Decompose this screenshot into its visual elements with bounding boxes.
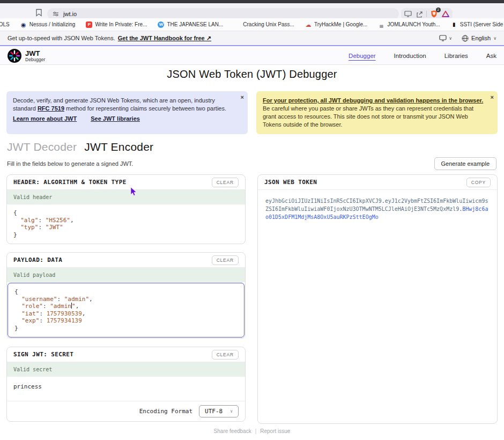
favicon: ◉ bbox=[20, 21, 27, 28]
share-icon[interactable] bbox=[415, 10, 424, 18]
nav-debugger[interactable]: Debugger bbox=[349, 53, 376, 59]
handbook-link[interactable]: Get the JWT Handbook for free ↗ bbox=[118, 35, 211, 42]
copy-button[interactable]: COPY bbox=[466, 178, 491, 187]
chevron-down-icon: ∨ bbox=[493, 36, 496, 41]
site-header: JWT Debugger Debugger Introduction Libra… bbox=[0, 47, 504, 65]
bookmark-item[interactable]: Cracking Unix Pass... bbox=[234, 21, 294, 28]
divider bbox=[426, 11, 427, 17]
jwt-logo-icon bbox=[8, 49, 21, 63]
favicon: W bbox=[158, 21, 164, 28]
close-icon[interactable]: × bbox=[241, 93, 244, 101]
url-text[interactable]: jwt.io bbox=[63, 11, 77, 17]
token-panel-title: JSON WEB TOKEN bbox=[264, 179, 317, 186]
bookmark-item[interactable]: PWrite In Private: Fre... bbox=[86, 21, 147, 28]
payload-status: Valid payload bbox=[7, 268, 245, 282]
header-editor[interactable]: { "alg": "HS256", "typ": "JWT"} bbox=[7, 204, 245, 244]
tab-encoder[interactable]: JWT Encoder bbox=[84, 141, 153, 153]
nav-ask[interactable]: Ask bbox=[486, 53, 496, 59]
token-panel: JSON WEB TOKEN COPY eyJhbGciOiJIUzI1NiIs… bbox=[257, 174, 498, 424]
language-selector[interactable]: English ∨ bbox=[462, 35, 496, 42]
favicon: ▄ bbox=[378, 21, 384, 28]
bookmark-item[interactable]: ☁TryHackMe | Google... bbox=[305, 21, 367, 28]
secret-clear-button[interactable]: CLEAR bbox=[212, 350, 239, 360]
secret-panel-title: SIGN JWT: SECRET bbox=[13, 351, 73, 358]
payload-editor[interactable]: { "username": "admin", "role": "admin", … bbox=[8, 283, 244, 337]
bookmark-item[interactable]: ▮SSTI (Server Side Te... bbox=[451, 21, 504, 28]
chevron-down-icon: ∨ bbox=[230, 409, 233, 414]
brave-shield-icon[interactable]: 2 bbox=[430, 10, 439, 18]
encoding-format-label: Encoding Format bbox=[139, 408, 192, 415]
generate-example-button[interactable]: Generate example bbox=[434, 157, 497, 170]
jwt-token-output[interactable]: eyJhbGciOiJIUzI1NiIsInR5cCI6IkpXVCJ9.eyJ… bbox=[258, 190, 497, 228]
shield-badge: 2 bbox=[436, 8, 441, 12]
promo-text: Get up-to-speed with JSON Web Tokens. bbox=[8, 35, 115, 41]
extension-triangle-icon[interactable] bbox=[441, 10, 450, 18]
share-feedback-link[interactable]: Share feedback bbox=[214, 428, 251, 434]
logo-title: JWT bbox=[25, 50, 45, 57]
globe-icon bbox=[462, 35, 469, 42]
bookmark-item[interactable]: OOLS bbox=[0, 21, 10, 27]
encoding-format-select[interactable]: UTF-8 ∨ bbox=[199, 405, 239, 417]
tab-decoder[interactable]: JWT Decoder bbox=[7, 141, 77, 153]
learn-more-link[interactable]: Learn more about JWT bbox=[13, 115, 77, 123]
promo-banner: Get up-to-speed with JSON Web Tokens. Ge… bbox=[0, 31, 504, 46]
report-issue-link[interactable]: Report issue bbox=[260, 428, 290, 434]
bookmark-item[interactable]: ▄JOMLAUNCH Youth... bbox=[378, 21, 440, 28]
bookmark-icon[interactable] bbox=[35, 9, 42, 17]
header-status: Valid header bbox=[7, 190, 245, 204]
libraries-link[interactable]: See JWT libraries bbox=[91, 115, 140, 123]
payload-clear-button[interactable]: CLEAR bbox=[212, 255, 239, 265]
page-footer: Share feedback|Report issue bbox=[0, 428, 504, 434]
cast-icon[interactable] bbox=[404, 10, 412, 18]
mode-tabs: JWT Decoder JWT Encoder bbox=[7, 141, 153, 153]
page-title: JSON Web Token (JWT) Debugger bbox=[0, 68, 504, 80]
logo-subtitle: Debugger bbox=[25, 57, 45, 62]
chevron-down-icon: ∨ bbox=[449, 36, 452, 41]
favicon: ☁ bbox=[305, 21, 312, 28]
language-label: English bbox=[471, 35, 491, 41]
info-callout: × Decode, verify, and generate JSON Web … bbox=[6, 91, 248, 134]
browser-toolbar: jwt.io 2 bbox=[0, 3, 504, 18]
payload-panel-title: PAYLOAD: DATA bbox=[13, 256, 62, 263]
nav-libraries[interactable]: Libraries bbox=[444, 53, 468, 59]
secret-panel: SIGN JWT: SECRET CLEAR Valid secret prin… bbox=[6, 347, 246, 422]
favicon: ▮ bbox=[451, 21, 457, 28]
token-header-segment: eyJhbGciOiJIUzI1NiIsInR5cCI6IkpXVCJ9 bbox=[265, 198, 382, 204]
monitor-icon bbox=[439, 35, 447, 41]
tune-icon[interactable] bbox=[53, 11, 59, 17]
bookmark-item[interactable]: ◉Nessus / Initializing bbox=[20, 21, 76, 28]
header-panel: HEADER: ALGORITHM & TOKEN TYPE CLEAR Val… bbox=[6, 174, 246, 244]
encoder-subtitle: Fill in the fields below to generate a s… bbox=[7, 160, 133, 167]
payload-panel: PAYLOAD: DATA CLEAR Valid payload { "use… bbox=[6, 252, 246, 339]
main-nav: Debugger Introduction Libraries Ask bbox=[349, 53, 496, 59]
close-icon[interactable]: × bbox=[491, 93, 494, 101]
theme-switcher[interactable]: ∨ bbox=[439, 35, 452, 41]
nav-introduction[interactable]: Introduction bbox=[394, 53, 426, 59]
bookmark-item[interactable]: WTHE JAPANESE LAN... bbox=[158, 21, 223, 28]
bookmarks-bar: OOLS ◉Nessus / Initializing PWrite In Pr… bbox=[0, 18, 504, 31]
jwt-logo[interactable]: JWT Debugger bbox=[8, 49, 45, 63]
header-panel-title: HEADER: ALGORITHM & TOKEN TYPE bbox=[13, 179, 127, 186]
protection-link[interactable]: For your protection, all JWT debugging a… bbox=[263, 97, 483, 104]
favicon: P bbox=[86, 21, 92, 28]
header-clear-button[interactable]: CLEAR bbox=[212, 178, 239, 187]
protection-callout: × For your protection, all JWT debugging… bbox=[256, 91, 498, 134]
secret-input[interactable]: princess bbox=[7, 377, 245, 401]
secret-status: Valid secret bbox=[7, 362, 245, 377]
rfc-link[interactable]: RFC 7519 bbox=[38, 105, 64, 112]
